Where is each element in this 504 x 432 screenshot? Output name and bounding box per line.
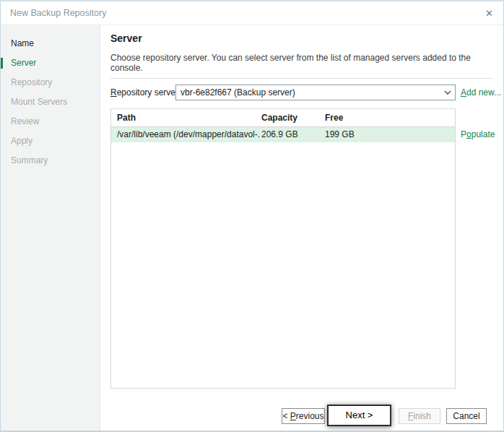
- sidebar-item-apply: Apply: [1, 131, 100, 151]
- repository-paths-table: Path Capacity Free /var/lib/veeam (/dev/…: [110, 108, 456, 389]
- page-title: Server: [110, 33, 142, 44]
- new-backup-repository-dialog: New Backup Repository ✕ Name Server Repo…: [0, 0, 504, 432]
- sidebar-item-name: Name: [1, 34, 100, 53]
- populate-link[interactable]: Populate: [461, 129, 495, 140]
- table-row[interactable]: /var/lib/veeam (/dev/mapper/datavol-... …: [111, 127, 455, 142]
- chevron-down-icon[interactable]: [440, 90, 455, 95]
- cancel-button[interactable]: Cancel: [446, 408, 487, 424]
- cell-capacity: 206.9 GB: [261, 127, 323, 142]
- sidebar-item-summary: Summary: [1, 151, 100, 170]
- cell-free: 199 GB: [325, 127, 397, 142]
- add-new-link[interactable]: Add new...: [461, 85, 501, 100]
- window-title: New Backup Repository: [1, 8, 106, 18]
- page-description: Choose repository server. You can select…: [110, 53, 503, 73]
- sidebar-item-server: Server: [1, 53, 100, 73]
- sidebar-item-mount-servers: Mount Servers: [1, 92, 100, 112]
- repository-server-value: vbr-6e82f667 (Backup server): [176, 87, 440, 98]
- finish-button: Finish: [399, 408, 440, 424]
- previous-button[interactable]: < Previous: [282, 408, 325, 424]
- table-header-row: Path Capacity Free: [111, 109, 455, 127]
- sidebar-item-repository: Repository: [1, 73, 100, 92]
- close-icon[interactable]: ✕: [485, 9, 493, 18]
- sidebar-item-review: Review: [1, 112, 100, 131]
- wizard-content: Server Choose repository server. You can…: [101, 25, 503, 431]
- title-bar: New Backup Repository ✕: [1, 1, 503, 25]
- repository-server-select[interactable]: vbr-6e82f667 (Backup server): [175, 85, 456, 100]
- column-header-free: Free: [325, 109, 397, 127]
- wizard-steps-sidebar: Name Server Repository Mount Servers Rev…: [1, 25, 100, 431]
- header-divider: [110, 78, 492, 79]
- column-header-capacity: Capacity: [261, 109, 323, 127]
- next-button[interactable]: Next >: [327, 405, 391, 426]
- column-header-path: Path: [117, 109, 260, 127]
- cell-path: /var/lib/veeam (/dev/mapper/datavol-...: [117, 127, 260, 142]
- repository-server-label: Repository server:: [110, 85, 181, 100]
